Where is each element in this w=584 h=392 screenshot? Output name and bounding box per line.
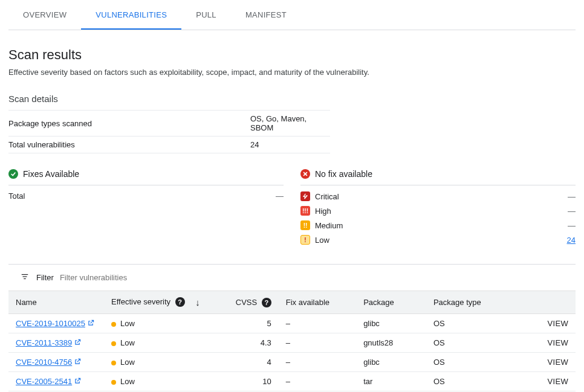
fix-available-value: – [279,353,356,372]
table-row: CVE-2010-4756Low4–glibcOSVIEW [8,353,576,372]
page-title: Scan results [8,47,576,63]
sev-label: Critical [315,192,563,201]
table-row: CVE-2019-1010025Low5–glibcOSVIEW [8,314,576,333]
sev-count: — [568,192,576,201]
severity-text: Low [120,319,135,328]
fixes-available-title: Fixes Available [23,169,79,179]
view-button[interactable]: VIEW [548,377,568,386]
svg-rect-3 [23,276,27,277]
filter-bar: Filter [8,265,576,291]
cvss-value: 4 [207,353,279,372]
view-button[interactable]: VIEW [548,338,568,347]
severity-dot-icon [111,380,116,385]
severity-text: Low [120,377,135,386]
cve-link[interactable]: CVE-2019-1010025 [16,319,85,328]
no-fix-title: No fix available [315,169,372,179]
fix-available-value: – [279,372,356,391]
external-link-icon[interactable] [74,339,81,347]
package-type: OS [426,314,509,333]
col-package-type[interactable]: Package type [426,291,509,314]
fix-available-value: – [279,333,356,353]
view-button[interactable]: VIEW [548,358,568,367]
cve-link[interactable]: CVE-2005-2541 [16,377,72,386]
package-name: glibc [356,353,426,372]
severity-dot-icon [111,361,116,365]
tab-overview[interactable]: OVERVIEW [8,1,81,30]
sev-count: — [568,221,576,230]
svg-rect-4 [24,278,26,279]
kv-value: OS, Go, Maven, SBOM [250,111,330,137]
tabs: OVERVIEW VULNERABILITIES PULL MANIFEST [8,1,576,30]
filter-input[interactable] [60,271,576,284]
page-subtitle: Effective severity based on factors such… [8,68,576,77]
severity-text: Low [120,358,135,367]
fixes-total-count: — [276,191,284,201]
cve-link[interactable]: CVE-2010-4756 [16,358,72,367]
sort-desc-icon[interactable]: ↓ [195,297,200,307]
external-link-icon[interactable] [74,378,81,385]
svg-rect-2 [22,274,28,275]
table-row: CVE-2005-2541Low10–tarOSVIEW [8,372,576,391]
kv-key: Total vulnerabilities [8,137,250,153]
col-effective-severity[interactable]: Effective severity ? ↓ [104,291,207,314]
kv-key: Package types scanned [8,111,250,137]
severity-badge-medium-icon: !! [300,220,310,230]
filter-icon [19,272,30,283]
vulnerabilities-table: Name Effective severity ? ↓ CVSS ? Fix a… [8,291,576,392]
help-icon[interactable]: ? [262,298,271,307]
package-type: OS [426,353,509,372]
sev-label: Medium [315,221,563,230]
fixes-total-label: Total [8,191,271,201]
no-fix-panel: No fix available Critical — !!! High — !… [300,169,576,247]
sev-count-link[interactable]: 24 [567,236,576,245]
col-fix-available[interactable]: Fix available [279,291,356,314]
sev-count: — [568,207,576,216]
cvss-value: 5 [207,314,279,333]
severity-dot-icon [111,322,116,327]
col-package[interactable]: Package [356,291,426,314]
fix-available-value: – [279,314,356,333]
view-button[interactable]: VIEW [548,319,568,328]
severity-badge-critical-icon [300,191,310,201]
severity-badge-low-icon: ! [300,235,310,245]
sev-label: High [315,207,563,216]
scan-details-table: Package types scanned OS, Go, Maven, SBO… [8,110,330,153]
severity-text: Low [120,338,135,347]
scan-details-heading: Scan details [8,94,576,104]
package-type: OS [426,333,509,353]
external-link-icon[interactable] [88,320,94,327]
col-cvss[interactable]: CVSS ? [207,291,279,314]
tab-pull[interactable]: PULL [181,1,231,30]
cve-link[interactable]: CVE-2011-3389 [16,338,72,347]
x-circle-icon [300,169,310,179]
table-row: CVE-2011-3389Low4.3–gnutls28OSVIEW [8,333,576,353]
col-name[interactable]: Name [8,291,104,314]
tab-vulnerabilities[interactable]: VULNERABILITIES [81,1,181,30]
package-type: OS [426,372,509,391]
severity-dot-icon [111,341,116,346]
package-name: tar [356,372,426,391]
fixes-available-panel: Fixes Available Total — [8,169,284,247]
tab-manifest[interactable]: MANIFEST [231,1,301,30]
sev-label: Low [315,236,562,245]
package-name: glibc [356,314,426,333]
severity-badge-high-icon: !!! [300,206,310,216]
kv-value: 24 [250,137,330,153]
check-circle-icon [8,169,18,179]
external-link-icon[interactable] [74,359,81,366]
cvss-value: 10 [207,372,279,391]
package-name: gnutls28 [356,333,426,353]
help-icon[interactable]: ? [175,297,185,307]
cvss-value: 4.3 [207,333,279,353]
filter-label: Filter [36,273,54,282]
